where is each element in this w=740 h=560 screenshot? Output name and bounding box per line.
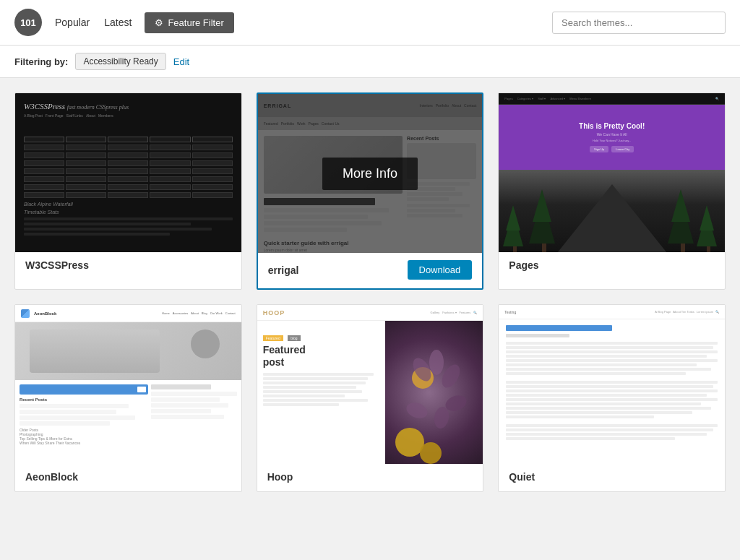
theme-name-pages: Pages — [509, 259, 538, 271]
theme-screenshot-errigal: ERRIGAL Interiors Portfolio About Contac… — [258, 94, 483, 253]
theme-screenshot-pages: Pages Categories ▾ Staff ▾ Advanced ▾ Me… — [499, 93, 725, 252]
filter-tag: Accessibility Ready — [75, 53, 165, 70]
theme-card-errigal[interactable]: ERRIGAL Interiors Portfolio About Contac… — [257, 92, 484, 290]
themes-grid: W3CSSPress fast modern CSSpress plus A B… — [0, 78, 740, 507]
theme-info-pages: Pages — [499, 252, 725, 280]
download-button-errigal[interactable]: Download — [408, 260, 473, 280]
theme-screenshot-hoop: HOOP Gallery Fashions ▾ Features 🔍 Featu… — [257, 305, 483, 464]
theme-name-quiet: Quiet — [509, 471, 535, 483]
more-info-button-aeonblock[interactable]: More Info — [80, 369, 176, 401]
more-info-button-hoop[interactable]: More Info — [322, 369, 418, 401]
search-wrapper — [552, 12, 726, 34]
more-info-button-w3csspress[interactable]: More Info — [80, 157, 176, 189]
filter-edit-link[interactable]: Edit — [173, 56, 189, 67]
theme-card-aeonblock[interactable]: AeonBlock Home Accessories About Blog Ou… — [14, 304, 242, 492]
theme-info-aeonblock: AeonBlock — [15, 464, 241, 491]
theme-screenshot-w3csspress: W3CSSPress fast modern CSSpress plus A B… — [15, 93, 241, 252]
theme-screenshot-quiet: Testing A Blog Page About Tim Tonks Lore… — [499, 305, 725, 464]
theme-card-quiet[interactable]: Testing A Blog Page About Tim Tonks Lore… — [498, 304, 726, 492]
search-input[interactable] — [552, 12, 726, 34]
popular-nav-link[interactable]: Popular — [53, 14, 91, 31]
feature-filter-label: Feature Filter — [168, 17, 223, 28]
filter-by-label: Filtering by: — [14, 56, 68, 67]
top-bar: 101 Popular Latest ⚙ Feature Filter — [0, 0, 740, 46]
theme-info-quiet: Quiet — [499, 464, 725, 491]
theme-card-w3csspress[interactable]: W3CSSPress fast modern CSSpress plus A B… — [14, 92, 242, 290]
feature-filter-button[interactable]: ⚙ Feature Filter — [145, 12, 233, 33]
theme-count-badge: 101 — [14, 9, 42, 36]
theme-overlay-errigal: More Info — [258, 94, 483, 253]
more-info-button-errigal[interactable]: More Info — [322, 158, 418, 190]
filter-bar: Filtering by: Accessibility Ready Edit — [0, 46, 740, 78]
theme-info-w3csspress: W3CSSPress — [15, 252, 241, 280]
theme-info-errigal: errigal Download — [258, 253, 483, 288]
theme-info-hoop: Hoop — [257, 464, 483, 491]
theme-card-hoop[interactable]: HOOP Gallery Fashions ▾ Features 🔍 Featu… — [257, 304, 484, 492]
more-info-button-quiet[interactable]: More Info — [564, 369, 660, 401]
theme-name-aeonblock: AeonBlock — [25, 471, 78, 483]
theme-card-pages[interactable]: Pages Categories ▾ Staff ▾ Advanced ▾ Me… — [498, 92, 726, 290]
theme-screenshot-aeonblock: AeonBlock Home Accessories About Blog Ou… — [15, 305, 241, 464]
theme-name-hoop: Hoop — [267, 471, 293, 483]
theme-name-w3csspress: W3CSSPress — [25, 259, 89, 271]
gear-icon: ⚙ — [155, 17, 163, 28]
latest-nav-link[interactable]: Latest — [103, 14, 133, 31]
theme-name-errigal: errigal — [268, 264, 299, 276]
